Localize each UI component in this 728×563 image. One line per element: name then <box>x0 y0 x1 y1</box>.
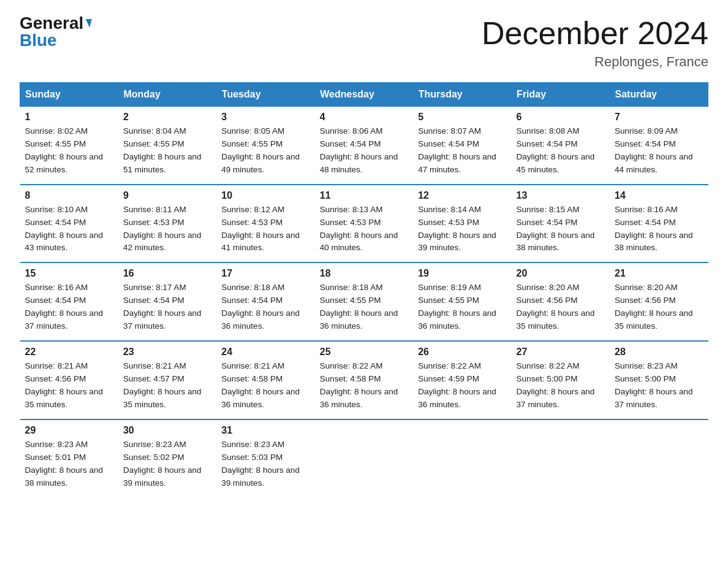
day-info: Sunrise: 8:19 AMSunset: 4:55 PMDaylight:… <box>418 282 506 333</box>
day-number: 14 <box>615 190 703 201</box>
day-info: Sunrise: 8:12 AMSunset: 4:53 PMDaylight:… <box>221 204 309 255</box>
day-number: 19 <box>418 268 506 279</box>
day-info: Sunrise: 8:14 AMSunset: 4:53 PMDaylight:… <box>418 204 506 255</box>
calendar-cell: 5 Sunrise: 8:07 AMSunset: 4:54 PMDayligh… <box>413 107 511 185</box>
calendar-cell: 29 Sunrise: 8:23 AMSunset: 5:01 PMDaylig… <box>20 419 118 497</box>
day-info: Sunrise: 8:23 AMSunset: 5:01 PMDaylight:… <box>25 439 113 490</box>
calendar-cell: 6 Sunrise: 8:08 AMSunset: 4:54 PMDayligh… <box>512 107 610 185</box>
day-number: 18 <box>320 268 408 279</box>
day-info: Sunrise: 8:05 AMSunset: 4:55 PMDaylight:… <box>221 125 309 177</box>
day-info: Sunrise: 8:18 AMSunset: 4:54 PMDaylight:… <box>221 282 309 333</box>
day-info: Sunrise: 8:22 AMSunset: 4:58 PMDaylight:… <box>320 360 408 412</box>
day-info: Sunrise: 8:22 AMSunset: 4:59 PMDaylight:… <box>418 360 506 412</box>
day-number: 3 <box>221 112 309 123</box>
day-info: Sunrise: 8:16 AMSunset: 4:54 PMDaylight:… <box>25 282 113 333</box>
title-section: December 2024 Replonges, France <box>482 15 708 70</box>
calendar-cell: 30 Sunrise: 8:23 AMSunset: 5:02 PMDaylig… <box>118 419 216 497</box>
calendar-cell: 14 Sunrise: 8:16 AMSunset: 4:54 PMDaylig… <box>610 185 708 263</box>
day-number: 26 <box>418 347 506 358</box>
calendar-cell: 20 Sunrise: 8:20 AMSunset: 4:56 PMDaylig… <box>512 262 610 341</box>
calendar-cell: 7 Sunrise: 8:09 AMSunset: 4:54 PMDayligh… <box>610 107 708 185</box>
day-info: Sunrise: 8:04 AMSunset: 4:55 PMDaylight:… <box>123 125 211 177</box>
day-number: 24 <box>221 347 309 358</box>
day-info: Sunrise: 8:11 AMSunset: 4:53 PMDaylight:… <box>123 204 211 255</box>
day-info: Sunrise: 8:20 AMSunset: 4:56 PMDaylight:… <box>517 282 605 333</box>
day-info: Sunrise: 8:17 AMSunset: 4:54 PMDaylight:… <box>123 282 211 333</box>
day-info: Sunrise: 8:07 AMSunset: 4:54 PMDaylight:… <box>418 125 506 177</box>
calendar-table: SundayMondayTuesdayWednesdayThursdayFrid… <box>20 82 708 497</box>
day-info: Sunrise: 8:16 AMSunset: 4:54 PMDaylight:… <box>615 204 703 255</box>
calendar-cell: 12 Sunrise: 8:14 AMSunset: 4:53 PMDaylig… <box>413 185 511 263</box>
day-number: 13 <box>517 190 605 201</box>
calendar-cell: 18 Sunrise: 8:18 AMSunset: 4:55 PMDaylig… <box>315 262 413 341</box>
calendar-cell: 21 Sunrise: 8:20 AMSunset: 4:56 PMDaylig… <box>610 262 708 341</box>
calendar-cell: 8 Sunrise: 8:10 AMSunset: 4:54 PMDayligh… <box>20 185 118 263</box>
day-number: 31 <box>221 425 309 436</box>
calendar-week-row: 1 Sunrise: 8:02 AMSunset: 4:55 PMDayligh… <box>20 107 708 185</box>
day-number: 30 <box>123 425 211 436</box>
day-number: 21 <box>615 268 703 279</box>
weekday-header-wednesday: Wednesday <box>315 83 413 107</box>
weekday-header-sunday: Sunday <box>20 83 118 107</box>
calendar-cell: 9 Sunrise: 8:11 AMSunset: 4:53 PMDayligh… <box>118 185 216 263</box>
day-info: Sunrise: 8:15 AMSunset: 4:54 PMDaylight:… <box>517 204 605 255</box>
calendar-cell: 16 Sunrise: 8:17 AMSunset: 4:54 PMDaylig… <box>118 262 216 341</box>
day-info: Sunrise: 8:21 AMSunset: 4:57 PMDaylight:… <box>123 360 211 412</box>
calendar-cell: 11 Sunrise: 8:13 AMSunset: 4:53 PMDaylig… <box>315 185 413 263</box>
day-info: Sunrise: 8:20 AMSunset: 4:56 PMDaylight:… <box>615 282 703 333</box>
day-number: 7 <box>615 112 703 123</box>
day-number: 25 <box>320 347 408 358</box>
logo-arrow-icon <box>83 19 92 28</box>
day-info: Sunrise: 8:18 AMSunset: 4:55 PMDaylight:… <box>320 282 408 333</box>
calendar-week-row: 8 Sunrise: 8:10 AMSunset: 4:54 PMDayligh… <box>20 185 708 263</box>
calendar-cell <box>315 419 413 497</box>
calendar-week-row: 15 Sunrise: 8:16 AMSunset: 4:54 PMDaylig… <box>20 262 708 341</box>
calendar-cell <box>512 419 610 497</box>
calendar-cell: 24 Sunrise: 8:21 AMSunset: 4:58 PMDaylig… <box>216 341 314 419</box>
calendar-cell: 4 Sunrise: 8:06 AMSunset: 4:54 PMDayligh… <box>315 107 413 185</box>
calendar-cell: 28 Sunrise: 8:23 AMSunset: 5:00 PMDaylig… <box>610 341 708 419</box>
day-number: 20 <box>517 268 605 279</box>
day-number: 16 <box>123 268 211 279</box>
day-info: Sunrise: 8:21 AMSunset: 4:56 PMDaylight:… <box>25 360 113 412</box>
calendar-cell: 27 Sunrise: 8:22 AMSunset: 5:00 PMDaylig… <box>512 341 610 419</box>
day-number: 5 <box>418 112 506 123</box>
day-info: Sunrise: 8:13 AMSunset: 4:53 PMDaylight:… <box>320 204 408 255</box>
day-info: Sunrise: 8:06 AMSunset: 4:54 PMDaylight:… <box>320 125 408 177</box>
day-number: 15 <box>25 268 113 279</box>
calendar-cell: 1 Sunrise: 8:02 AMSunset: 4:55 PMDayligh… <box>20 107 118 185</box>
calendar-cell <box>413 419 511 497</box>
day-number: 4 <box>320 112 408 123</box>
calendar-cell: 13 Sunrise: 8:15 AMSunset: 4:54 PMDaylig… <box>512 185 610 263</box>
logo-general-text: General <box>20 15 83 32</box>
day-number: 27 <box>517 347 605 358</box>
weekday-header-friday: Friday <box>512 83 610 107</box>
day-number: 17 <box>221 268 309 279</box>
day-number: 10 <box>221 190 309 201</box>
day-info: Sunrise: 8:09 AMSunset: 4:54 PMDaylight:… <box>615 125 703 177</box>
logo: General Blue <box>20 15 91 49</box>
day-info: Sunrise: 8:23 AMSunset: 5:03 PMDaylight:… <box>221 439 309 490</box>
day-number: 1 <box>25 112 113 123</box>
calendar-cell: 17 Sunrise: 8:18 AMSunset: 4:54 PMDaylig… <box>216 262 314 341</box>
day-number: 29 <box>25 425 113 436</box>
day-number: 28 <box>615 347 703 358</box>
calendar-cell: 22 Sunrise: 8:21 AMSunset: 4:56 PMDaylig… <box>20 341 118 419</box>
logo-blue-text: Blue <box>20 32 57 49</box>
day-info: Sunrise: 8:23 AMSunset: 5:00 PMDaylight:… <box>615 360 703 412</box>
weekday-header-saturday: Saturday <box>610 83 708 107</box>
calendar-week-row: 29 Sunrise: 8:23 AMSunset: 5:01 PMDaylig… <box>20 419 708 497</box>
calendar-cell: 10 Sunrise: 8:12 AMSunset: 4:53 PMDaylig… <box>216 185 314 263</box>
day-number: 8 <box>25 190 113 201</box>
day-number: 11 <box>320 190 408 201</box>
calendar-cell: 26 Sunrise: 8:22 AMSunset: 4:59 PMDaylig… <box>413 341 511 419</box>
day-info: Sunrise: 8:02 AMSunset: 4:55 PMDaylight:… <box>25 125 113 177</box>
weekday-header-row: SundayMondayTuesdayWednesdayThursdayFrid… <box>20 83 708 107</box>
calendar-cell: 23 Sunrise: 8:21 AMSunset: 4:57 PMDaylig… <box>118 341 216 419</box>
calendar-cell <box>610 419 708 497</box>
calendar-week-row: 22 Sunrise: 8:21 AMSunset: 4:56 PMDaylig… <box>20 341 708 419</box>
month-title: December 2024 <box>482 15 708 52</box>
calendar-cell: 2 Sunrise: 8:04 AMSunset: 4:55 PMDayligh… <box>118 107 216 185</box>
day-number: 23 <box>123 347 211 358</box>
day-number: 2 <box>123 112 211 123</box>
